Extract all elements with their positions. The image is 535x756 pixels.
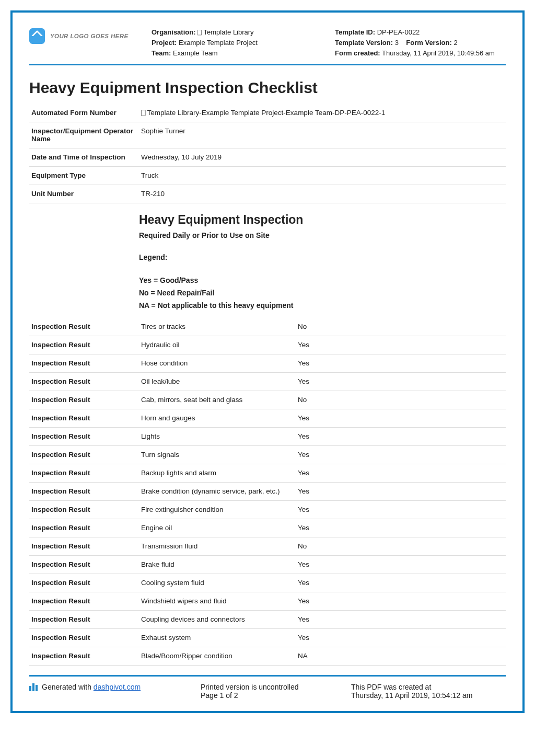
result-row: Inspection ResultBrake condition (dynami… — [29, 483, 506, 501]
legend-line: No = Need Repair/Fail — [139, 289, 506, 297]
template-version-label: Template Version: — [335, 39, 393, 47]
legend-line: Yes = Good/Pass — [139, 276, 506, 284]
result-value: Yes — [296, 483, 506, 501]
section-block: Heavy Equipment Inspection Required Dail… — [29, 213, 506, 310]
result-label: Inspection Result — [29, 428, 139, 446]
result-item: Coupling devices and connectors — [139, 611, 296, 629]
result-item: Transmission fluid — [139, 537, 296, 556]
result-row: Inspection ResultLightsYes — [29, 428, 506, 446]
result-row: Inspection ResultTurn signalsYes — [29, 446, 506, 464]
template-id-label: Template ID: — [335, 28, 375, 36]
result-row: Inspection ResultHorn and gaugesYes — [29, 409, 506, 428]
logo-block: YOUR LOGO GOES HERE — [29, 27, 139, 44]
result-value: Yes — [296, 519, 506, 537]
info-row: Automated Form Number⎕ Template Library-… — [29, 104, 506, 122]
result-item: Windshield wipers and fluid — [139, 592, 296, 611]
result-value: Yes — [296, 336, 506, 354]
result-row: Inspection ResultEngine oilYes — [29, 519, 506, 537]
page-number: Page 1 of 2 — [201, 691, 336, 700]
pdf-created-value: Thursday, 11 April 2019, 10:54:12 am — [351, 691, 506, 700]
result-row: Inspection ResultTransmission fluidNo — [29, 537, 506, 556]
project-label: Project: — [152, 39, 177, 47]
section-heading: Heavy Equipment Inspection — [139, 213, 506, 227]
info-value: ⎕ Template Library-Example Template Proj… — [139, 104, 506, 122]
header-meta-left: Organisation: ⎕ Template Library Project… — [152, 27, 322, 59]
info-value: Truck — [139, 167, 506, 185]
result-label: Inspection Result — [29, 373, 139, 391]
form-version-label: Form Version: — [406, 39, 451, 47]
result-row: Inspection ResultBrake fluidYes — [29, 556, 506, 574]
result-row: Inspection ResultExhaust systemYes — [29, 629, 506, 647]
result-row: Inspection ResultCab, mirrors, seat belt… — [29, 391, 506, 409]
result-value: Yes — [296, 592, 506, 611]
result-item: Hydraulic oil — [139, 336, 296, 354]
result-value: Yes — [296, 428, 506, 446]
result-row: Inspection ResultFire extinguisher condi… — [29, 501, 506, 519]
info-row: Equipment TypeTruck — [29, 167, 506, 185]
result-value: No — [296, 391, 506, 409]
result-label: Inspection Result — [29, 611, 139, 629]
info-label: Date and Time of Inspection — [29, 148, 139, 167]
result-value: Yes — [296, 611, 506, 629]
result-item: Horn and gauges — [139, 409, 296, 428]
result-label: Inspection Result — [29, 391, 139, 409]
page-title: Heavy Equipment Inspection Checklist — [29, 79, 506, 97]
info-value: TR-210 — [139, 185, 506, 203]
result-label: Inspection Result — [29, 556, 139, 574]
result-item: Turn signals — [139, 446, 296, 464]
result-item: Brake fluid — [139, 556, 296, 574]
form-version-value: 2 — [453, 39, 457, 47]
result-item: Oil leak/lube — [139, 373, 296, 391]
result-label: Inspection Result — [29, 519, 139, 537]
template-id-value: DP-PEA-0022 — [377, 28, 420, 36]
project-value: Example Template Project — [179, 39, 258, 47]
footer-created: This PDF was created at Thursday, 11 Apr… — [351, 683, 506, 700]
result-value: NA — [296, 647, 506, 666]
info-label: Unit Number — [29, 185, 139, 203]
result-row: Inspection ResultHydraulic oilYes — [29, 336, 506, 354]
pdf-created-label: This PDF was created at — [351, 683, 506, 691]
info-table: Automated Form Number⎕ Template Library-… — [29, 104, 506, 203]
result-row: Inspection ResultOil leak/lubeYes — [29, 373, 506, 391]
logo-placeholder-text: YOUR LOGO GOES HERE — [50, 33, 128, 39]
result-item: Backup lights and alarm — [139, 464, 296, 483]
result-label: Inspection Result — [29, 592, 139, 611]
info-value: Wednesday, 10 July 2019 — [139, 148, 506, 167]
result-item: Tires or tracks — [139, 318, 296, 336]
result-value: Yes — [296, 446, 506, 464]
form-created-label: Form created: — [335, 49, 380, 57]
info-row: Date and Time of InspectionWednesday, 10… — [29, 148, 506, 167]
section-subheading: Required Daily or Prior to Use on Site — [139, 231, 506, 239]
result-row: Inspection ResultBackup lights and alarm… — [29, 464, 506, 483]
header: YOUR LOGO GOES HERE Organisation: ⎕ Temp… — [29, 27, 506, 65]
result-value: Yes — [296, 629, 506, 647]
result-value: Yes — [296, 373, 506, 391]
result-value: Yes — [296, 501, 506, 519]
bars-icon — [29, 683, 38, 691]
result-item: Hose condition — [139, 354, 296, 373]
result-value: Yes — [296, 464, 506, 483]
result-label: Inspection Result — [29, 318, 139, 336]
results-table: Inspection ResultTires or tracksNoInspec… — [29, 318, 506, 666]
footer: Generated with dashpivot.com Printed ver… — [29, 675, 506, 700]
legend-block: Legend: Yes = Good/PassNo = Need Repair/… — [139, 253, 506, 310]
printed-uncontrolled: Printed version is uncontrolled — [201, 683, 336, 691]
logo-icon — [29, 28, 45, 44]
result-label: Inspection Result — [29, 647, 139, 666]
header-meta-right: Template ID: DP-PEA-0022 Template Versio… — [335, 27, 506, 59]
result-label: Inspection Result — [29, 464, 139, 483]
document-page: YOUR LOGO GOES HERE Organisation: ⎕ Temp… — [10, 10, 525, 713]
result-item: Cooling system fluid — [139, 574, 296, 592]
result-item: Brake condition (dynamic service, park, … — [139, 483, 296, 501]
result-label: Inspection Result — [29, 483, 139, 501]
result-row: Inspection ResultCooling system fluidYes — [29, 574, 506, 592]
footer-printed: Printed version is uncontrolled Page 1 o… — [201, 683, 336, 700]
dashpivot-link[interactable]: dashpivot.com — [94, 683, 141, 691]
generated-prefix: Generated with — [42, 683, 94, 691]
result-row: Inspection ResultBlade/Boom/Ripper condi… — [29, 647, 506, 666]
result-value: Yes — [296, 354, 506, 373]
template-version-value: 3 — [395, 39, 399, 47]
result-item: Exhaust system — [139, 629, 296, 647]
result-row: Inspection ResultTires or tracksNo — [29, 318, 506, 336]
result-value: Yes — [296, 409, 506, 428]
